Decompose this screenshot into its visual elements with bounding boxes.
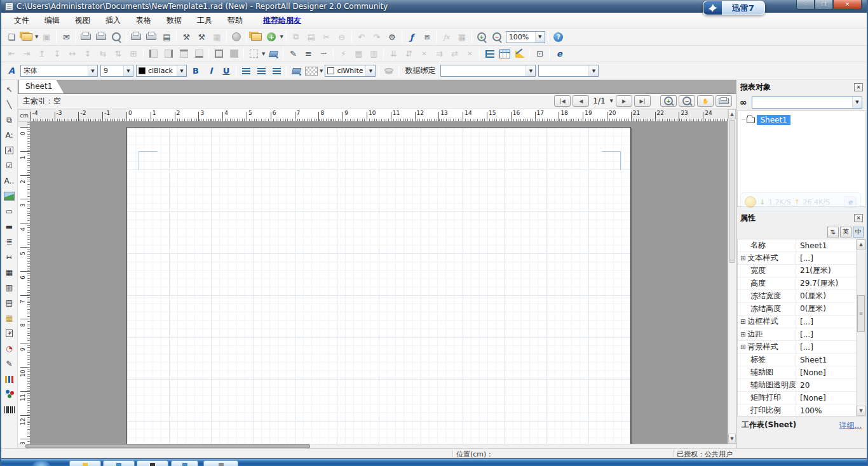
property-row-freeze-width[interactable]: 冻结宽度0(厘米): [738, 290, 856, 303]
highlight-fill-button[interactable]: [266, 48, 280, 60]
taskbar-button-5[interactable]: [203, 460, 238, 466]
options-wrench-button[interactable]: ⚒: [194, 30, 208, 43]
property-row-freeze-height[interactable]: 冻结高度0(厘米): [738, 303, 856, 316]
batch-print-button[interactable]: [144, 30, 158, 43]
property-row-text-style[interactable]: ⊞文本样式[...]: [738, 252, 856, 265]
borders-dropdown-icon[interactable]: ▼: [262, 51, 265, 57]
center-vertical-button[interactable]: ↕: [81, 48, 95, 60]
print-setup-button[interactable]: [94, 30, 108, 43]
table-row-tool[interactable]: ▤: [2, 295, 17, 310]
property-row-background-style[interactable]: ⊞背景样式[...]: [738, 341, 856, 354]
taskbar-button-3[interactable]: [137, 460, 168, 466]
design-wrench-button[interactable]: ⚒: [179, 30, 193, 43]
minimize-button[interactable]: ─: [796, 0, 815, 10]
objects-panel-close-icon[interactable]: ✕: [854, 83, 863, 91]
scroll-down-button[interactable]: ▼: [728, 434, 736, 444]
tree-item-sheet1[interactable]: ┈ Sheet1: [738, 115, 865, 125]
line-dash-button[interactable]: ┄: [316, 48, 330, 60]
note-tool[interactable]: ✎: [2, 356, 17, 371]
space-vertical-button[interactable]: ⇅: [111, 48, 125, 60]
zoom-in-button[interactable]: [475, 30, 489, 43]
border-right-button[interactable]: [161, 48, 175, 60]
border-fill-button[interactable]: [227, 48, 241, 60]
align-right-button[interactable]: ⇥: [20, 48, 34, 60]
properties-panel-close-icon[interactable]: ✕: [854, 214, 863, 222]
expand-icon[interactable]: ⊞: [740, 331, 745, 338]
row-delete-button[interactable]: ✕: [417, 48, 431, 60]
nav-print-button[interactable]: [715, 95, 732, 107]
select-tool[interactable]: ↖: [2, 82, 17, 97]
font-name-select[interactable]: 宋体 ▼: [20, 65, 98, 77]
export-excel-button[interactable]: ▦: [210, 30, 224, 43]
line-color-button[interactable]: ✎: [286, 48, 300, 60]
undo-button[interactable]: ↶: [355, 30, 369, 43]
table-edit-button[interactable]: ▥: [367, 48, 381, 60]
delete-button[interactable]: ⊖: [335, 30, 349, 43]
text-align-right-button[interactable]: [269, 65, 283, 77]
borders-dropdown-button[interactable]: [247, 48, 261, 60]
xunlei-widget[interactable]: 迅雷7: [703, 1, 765, 15]
property-row-print-scale[interactable]: 打印比例100%: [738, 404, 856, 416]
property-row-helper-image[interactable]: 辅助图[None]: [738, 366, 856, 379]
border-top-button[interactable]: [177, 48, 191, 60]
formula-editor-button[interactable]: ƒ: [405, 30, 419, 43]
menu-table[interactable]: 表格: [128, 13, 159, 28]
richtext-tool[interactable]: ≣: [2, 234, 17, 250]
print-button[interactable]: [79, 30, 93, 43]
design-canvas[interactable]: [31, 122, 728, 444]
redo-button[interactable]: ↷: [370, 30, 384, 43]
menu-help[interactable]: 帮助: [220, 13, 250, 28]
row-insert-button[interactable]: ⇊: [386, 48, 400, 60]
cut-button[interactable]: ✂: [320, 30, 334, 43]
quick-print-button[interactable]: [129, 30, 143, 43]
scroll-up-button[interactable]: ▲: [728, 109, 736, 119]
data-grid-button[interactable]: [498, 48, 512, 60]
shape-tool[interactable]: ⧉: [2, 112, 17, 128]
image-tool[interactable]: [2, 189, 17, 204]
menu-file[interactable]: 文件: [6, 13, 37, 28]
crosstab-tool[interactable]: ▦: [2, 310, 17, 326]
page-dropdown-icon[interactable]: ▼: [610, 98, 613, 103]
font-size-select[interactable]: 9 ▼: [100, 65, 133, 77]
align-top-button[interactable]: ↥: [35, 48, 49, 60]
paste-button[interactable]: ▤: [304, 30, 318, 43]
new-folder-button[interactable]: [249, 30, 263, 43]
property-scrollbar[interactable]: ▲ ≡ ▼: [856, 239, 865, 416]
table-column-tool[interactable]: ▥: [2, 280, 17, 295]
layers-button[interactable]: ⧈: [420, 30, 434, 43]
align-left-button[interactable]: ⇤: [4, 48, 18, 60]
export-report-button[interactable]: ✉: [59, 30, 73, 43]
font-color-select[interactable]: clBlack ▼: [136, 65, 187, 77]
label-tool[interactable]: A: [2, 143, 17, 158]
print-preview-button[interactable]: [109, 30, 123, 43]
property-row-helper-opacity[interactable]: 辅助图透明度20: [738, 379, 856, 392]
record-button[interactable]: [229, 30, 243, 43]
panel-tool[interactable]: ▭: [2, 204, 17, 219]
same-size-button[interactable]: ⊞: [126, 48, 140, 60]
canvas-zoom-in-button[interactable]: [660, 95, 677, 107]
property-row-matrix-print[interactable]: 矩阵打印[None]: [738, 392, 856, 404]
start-button[interactable]: [31, 460, 52, 466]
data-binding-select[interactable]: ▼: [440, 65, 536, 77]
menu-data[interactable]: 数据: [159, 13, 189, 28]
open-file-button[interactable]: [20, 30, 34, 43]
property-row-width[interactable]: 宽度21(厘米): [738, 265, 856, 277]
center-horizontal-button[interactable]: ↔: [65, 48, 79, 60]
data-structure-button[interactable]: [482, 48, 496, 60]
menu-recommend-link[interactable]: 推荐给朋友: [255, 13, 309, 28]
open-dropdown-icon[interactable]: ▼: [35, 34, 38, 39]
splitter-tool[interactable]: ∺: [2, 250, 17, 265]
database-button[interactable]: [382, 65, 396, 77]
chart-tool[interactable]: [2, 371, 17, 387]
expand-icon[interactable]: ⊞: [740, 343, 745, 350]
menu-insert[interactable]: 插入: [98, 13, 128, 28]
line-tool[interactable]: ╲: [2, 97, 17, 112]
text-align-left-button[interactable]: [239, 65, 253, 77]
report-page[interactable]: [126, 127, 631, 444]
sort-az-button[interactable]: ⇅: [827, 227, 839, 237]
property-row-border-style[interactable]: ⊞边框样式[...]: [738, 316, 856, 328]
object-search-select[interactable]: ▼: [752, 97, 862, 109]
taskbar-button-4[interactable]: [171, 460, 198, 466]
design-mode-button[interactable]: [513, 48, 527, 60]
last-page-button[interactable]: ▶|: [634, 95, 651, 107]
